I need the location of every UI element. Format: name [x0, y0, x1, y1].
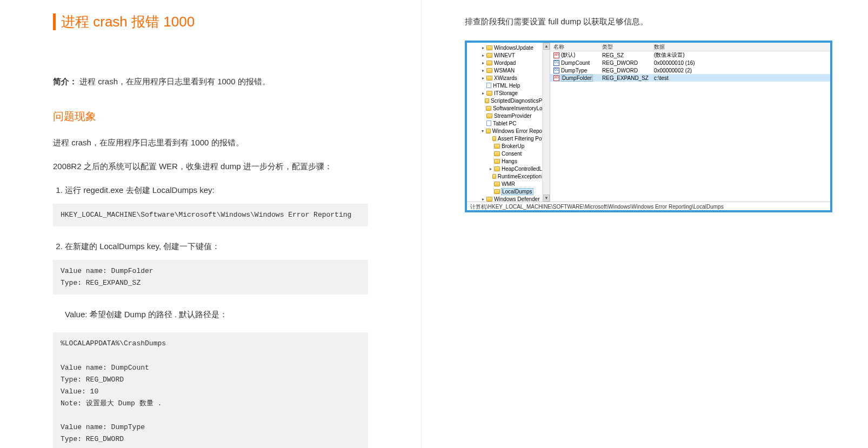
tree-item[interactable]: ▸ITStorage — [469, 89, 550, 97]
regedit-values-pane[interactable]: 名称 类型 数据 (默认)REG_SZ(数值未设置)DumpCountREG_D… — [550, 43, 830, 202]
folder-icon — [486, 129, 491, 133]
tree-item[interactable]: Tablet PC — [469, 119, 550, 127]
tree-item-label: BrokerUp — [501, 143, 524, 149]
reg-binary-icon — [553, 60, 559, 66]
summary-label: 简介： — [53, 77, 77, 86]
tree-item-label: XWizards — [493, 75, 517, 81]
value-data: (数值未设置) — [654, 51, 827, 59]
folder-icon — [494, 182, 500, 186]
tree-item[interactable]: BrokerUp — [469, 142, 550, 150]
steps-list: 在新建的 LocalDumps key, 创建一下键值： — [53, 238, 368, 255]
value-type: REG_DWORD — [602, 68, 654, 73]
tree-item-label: HeapControlledList — [501, 166, 547, 172]
value-data: c:\test — [654, 75, 827, 81]
tree-caret-icon[interactable]: ▸ — [481, 197, 485, 202]
folder-icon — [486, 53, 492, 58]
tree-item-label: ScriptedDiagnosticsProv — [490, 98, 550, 104]
tree-caret-icon[interactable]: ▾ — [481, 129, 485, 133]
folder-icon — [486, 113, 492, 118]
tree-item[interactable]: StreamProvider — [469, 112, 550, 119]
folder-icon — [486, 106, 491, 111]
value-data: 0x00000002 (2) — [654, 68, 827, 73]
tree-item[interactable]: ▸WSMAN — [469, 66, 550, 74]
tree-item-label: Consent — [501, 151, 522, 157]
tree-item-label: Wordpad — [493, 60, 516, 66]
regedit-statusbar: 计算机\HKEY_LOCAL_MACHINE\SOFTWARE\Microsof… — [467, 202, 830, 210]
code-block: HKEY_LOCAL_MACHINE\Software\Microsoft\Wi… — [53, 204, 368, 226]
tree-item[interactable]: WMR — [469, 180, 550, 188]
col-data: 数据 — [654, 43, 827, 51]
code-block: %LOCALAPPDATA%\CrashDumps Value name: Du… — [53, 332, 368, 448]
tree-item[interactable]: ScriptedDiagnosticsProv — [469, 97, 550, 104]
value-type: REG_SZ — [602, 52, 654, 58]
col-type: 类型 — [602, 43, 654, 51]
summary-text: 进程 crash，在应用程序日志里看到有 1000 的报错。 — [79, 77, 270, 86]
tree-item[interactable]: SoftwareInventoryLoggi — [469, 104, 550, 112]
value-row[interactable]: DumpTypeREG_DWORD0x00000002 (2) — [550, 66, 830, 74]
step-item: 在新建的 LocalDumps key, 创建一下键值： — [65, 238, 368, 255]
article-left-column: 进程 crash 报错 1000 简介： 进程 crash，在应用程序日志里看到… — [0, 0, 422, 448]
tree-item[interactable]: ▸XWizards — [469, 74, 550, 82]
indented-note: Value: 希望创建 Dump 的路径 . 默认路径是： — [53, 306, 368, 323]
paragraph: 进程 crash，在应用程序日志里看到有 1000 的报错。 — [53, 135, 368, 151]
tree-item[interactable]: RuntimeExceptionHel — [469, 172, 550, 180]
page-title: 进程 crash 报错 1000 — [53, 14, 368, 30]
folder-icon — [494, 151, 500, 156]
tree-item[interactable]: Assert Filtering Policy — [469, 135, 550, 142]
folder-icon — [485, 98, 489, 103]
tree-item-label: ITStorage — [493, 90, 518, 96]
value-row[interactable]: (默认)REG_SZ(数值未设置) — [550, 51, 830, 59]
tree-item-label: WindowsUpdate — [493, 45, 533, 51]
col-name: 名称 — [553, 43, 602, 51]
regedit-screenshot: ▸WindowsUpdate▸WINEVT▸Wordpad▸WSMAN▸XWiz… — [465, 41, 832, 212]
folder-icon — [486, 61, 492, 65]
tree-item[interactable]: LocalDumps — [469, 188, 550, 195]
tree-caret-icon[interactable]: ▸ — [481, 91, 485, 96]
reg-string-icon — [553, 75, 559, 81]
folder-icon — [486, 91, 492, 96]
folder-icon — [486, 68, 492, 73]
tree-item-label: WSMAN — [493, 68, 515, 73]
folder-icon — [494, 166, 500, 171]
tree-item-label: HTML Help — [492, 83, 520, 89]
value-row[interactable]: DumpFolderREG_EXPAND_SZc:\test — [550, 74, 830, 82]
tree-item[interactable]: ▸Wordpad — [469, 59, 550, 66]
folder-icon — [486, 45, 492, 50]
folder-icon — [492, 136, 496, 141]
tree-item[interactable]: Hangs — [469, 157, 550, 165]
tree-item[interactable]: ▸HeapControlledList — [469, 165, 550, 172]
tree-caret-icon[interactable]: ▸ — [481, 61, 485, 65]
code-block: Value name: DumpFolder Type: REG_EXPAND_… — [53, 260, 368, 295]
tree-caret-icon[interactable]: ▸ — [481, 68, 485, 73]
value-data: 0x00000010 (16) — [654, 60, 827, 66]
tree-caret-icon[interactable]: ▸ — [481, 76, 485, 81]
tree-item-label: WMR — [501, 181, 515, 187]
folder-icon — [486, 197, 492, 202]
tree-caret-icon[interactable]: ▸ — [481, 45, 485, 50]
tree-item[interactable]: ▸Windows Defender — [469, 195, 550, 202]
tree-caret-icon[interactable]: ▸ — [481, 53, 485, 58]
values-rows: (默认)REG_SZ(数值未设置)DumpCountREG_DWORD0x000… — [550, 51, 830, 82]
scroll-up-icon[interactable]: ▲ — [543, 43, 550, 50]
tree-item-label: StreamProvider — [493, 113, 531, 119]
scroll-down-icon[interactable]: ▼ — [543, 195, 550, 202]
tree-item[interactable]: ▾Windows Error Reportin — [469, 127, 550, 135]
tree-item[interactable]: HTML Help — [469, 82, 550, 89]
value-type: REG_EXPAND_SZ — [602, 75, 654, 81]
tree-item[interactable]: Consent — [469, 150, 550, 157]
value-row[interactable]: DumpCountREG_DWORD0x00000010 (16) — [550, 59, 830, 66]
tree-item[interactable]: ▸WINEVT — [469, 51, 550, 59]
summary-line: 简介： 进程 crash，在应用程序日志里看到有 1000 的报错。 — [53, 73, 368, 90]
tree-caret-icon[interactable]: ▸ — [489, 166, 493, 171]
tree-item[interactable]: ▸WindowsUpdate — [469, 44, 550, 51]
value-name: DumpType — [561, 68, 587, 73]
values-header: 名称 类型 数据 — [550, 43, 830, 51]
regedit-tree-pane[interactable]: ▸WindowsUpdate▸WINEVT▸Wordpad▸WSMAN▸XWiz… — [467, 43, 550, 202]
tree-scrollbar[interactable]: ▲ ▼ — [542, 43, 550, 202]
folder-icon — [492, 174, 496, 179]
page-icon — [486, 83, 491, 88]
tree-item-label: Tablet PC — [492, 121, 516, 126]
step-item: 运行 regedit.exe 去创建 LocalDumps key: — [65, 182, 368, 198]
right-intro: 排查阶段我们需要设置 full dump 以获取足够信息。 — [465, 14, 836, 30]
folder-icon — [494, 159, 500, 164]
